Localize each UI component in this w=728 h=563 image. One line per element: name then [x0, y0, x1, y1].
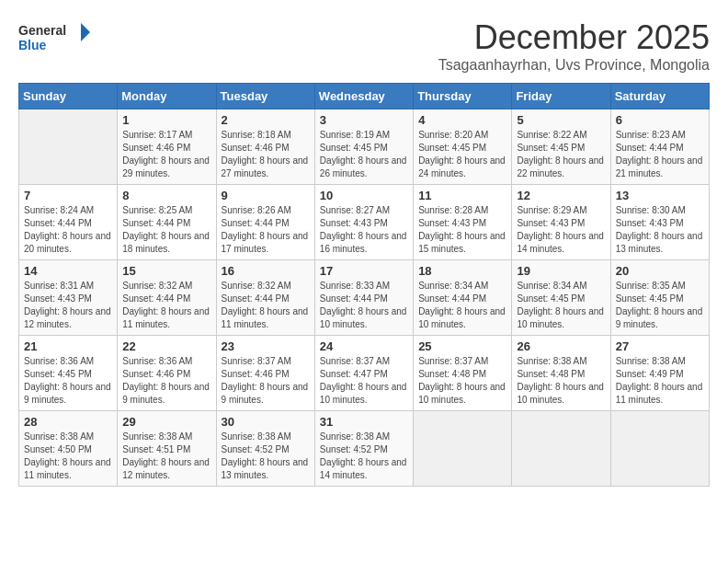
calendar-cell: 21 Sunrise: 8:36 AMSunset: 4:45 PMDaylig… [19, 336, 118, 411]
calendar-cell: 10 Sunrise: 8:27 AMSunset: 4:43 PMDaylig… [314, 185, 413, 260]
day-info: Sunrise: 8:38 AMSunset: 4:48 PMDaylight:… [517, 355, 605, 407]
day-info: Sunrise: 8:34 AMSunset: 4:45 PMDaylight:… [517, 280, 605, 331]
day-info: Sunrise: 8:38 AMSunset: 4:49 PMDaylight:… [616, 355, 704, 407]
calendar-cell: 7 Sunrise: 8:24 AMSunset: 4:44 PMDayligh… [19, 185, 118, 260]
day-number: 1 [122, 113, 210, 127]
weekday-header: Wednesday [314, 84, 413, 109]
calendar-cell: 29 Sunrise: 8:38 AMSunset: 4:51 PMDaylig… [118, 411, 216, 487]
day-number: 7 [24, 189, 112, 202]
day-info: Sunrise: 8:22 AMSunset: 4:45 PMDaylight:… [517, 129, 605, 180]
calendar-cell: 4 Sunrise: 8:20 AMSunset: 4:45 PMDayligh… [414, 109, 512, 185]
weekday-header: Thursday [414, 84, 512, 109]
day-info: Sunrise: 8:37 AMSunset: 4:48 PMDaylight:… [418, 355, 506, 407]
day-number: 10 [320, 189, 408, 202]
svg-text:General: General [18, 23, 66, 38]
calendar-cell [610, 411, 709, 487]
day-number: 18 [418, 264, 506, 278]
day-info: Sunrise: 8:32 AMSunset: 4:44 PMDaylight:… [122, 280, 210, 331]
day-number: 14 [24, 264, 112, 278]
calendar-cell: 6 Sunrise: 8:23 AMSunset: 4:44 PMDayligh… [610, 109, 709, 185]
day-info: Sunrise: 8:36 AMSunset: 4:46 PMDaylight:… [122, 355, 210, 407]
day-info: Sunrise: 8:31 AMSunset: 4:43 PMDaylight:… [24, 280, 112, 331]
day-info: Sunrise: 8:38 AMSunset: 4:50 PMDaylight:… [24, 431, 112, 482]
day-number: 4 [418, 113, 506, 127]
day-info: Sunrise: 8:26 AMSunset: 4:44 PMDaylight:… [222, 204, 310, 256]
day-number: 22 [122, 339, 210, 353]
calendar-cell: 11 Sunrise: 8:28 AMSunset: 4:43 PMDaylig… [414, 185, 512, 260]
day-info: Sunrise: 8:35 AMSunset: 4:45 PMDaylight:… [616, 280, 704, 331]
day-number: 15 [122, 264, 210, 278]
day-info: Sunrise: 8:17 AMSunset: 4:46 PMDaylight:… [122, 129, 210, 180]
weekday-header: Sunday [19, 84, 118, 109]
day-info: Sunrise: 8:38 AMSunset: 4:52 PMDaylight:… [320, 431, 408, 482]
weekday-header-row: SundayMondayTuesdayWednesdayThursdayFrid… [19, 84, 710, 109]
calendar-week-row: 21 Sunrise: 8:36 AMSunset: 4:45 PMDaylig… [19, 336, 710, 411]
day-info: Sunrise: 8:34 AMSunset: 4:44 PMDaylight:… [418, 280, 506, 331]
calendar-cell: 19 Sunrise: 8:34 AMSunset: 4:45 PMDaylig… [512, 260, 610, 336]
calendar-cell: 25 Sunrise: 8:37 AMSunset: 4:48 PMDaylig… [414, 336, 512, 411]
day-number: 24 [320, 339, 408, 353]
day-info: Sunrise: 8:27 AMSunset: 4:43 PMDaylight:… [320, 204, 408, 256]
weekday-header: Saturday [610, 84, 709, 109]
weekday-header: Monday [118, 84, 216, 109]
day-number: 20 [616, 264, 704, 278]
day-number: 26 [517, 339, 605, 353]
header: General Blue December 2025 Tsagaanhayrha… [18, 18, 710, 74]
day-info: Sunrise: 8:36 AMSunset: 4:45 PMDaylight:… [24, 355, 112, 407]
day-info: Sunrise: 8:20 AMSunset: 4:45 PMDaylight:… [418, 129, 506, 180]
day-number: 12 [517, 189, 605, 202]
day-info: Sunrise: 8:18 AMSunset: 4:46 PMDaylight:… [222, 129, 310, 180]
day-number: 17 [320, 264, 408, 278]
day-info: Sunrise: 8:25 AMSunset: 4:44 PMDaylight:… [122, 204, 210, 256]
calendar-cell: 27 Sunrise: 8:38 AMSunset: 4:49 PMDaylig… [610, 336, 709, 411]
day-info: Sunrise: 8:38 AMSunset: 4:51 PMDaylight:… [122, 431, 210, 482]
day-info: Sunrise: 8:30 AMSunset: 4:43 PMDaylight:… [616, 204, 704, 256]
calendar-cell: 23 Sunrise: 8:37 AMSunset: 4:46 PMDaylig… [216, 336, 314, 411]
calendar-cell: 26 Sunrise: 8:38 AMSunset: 4:48 PMDaylig… [512, 336, 610, 411]
calendar-week-row: 1 Sunrise: 8:17 AMSunset: 4:46 PMDayligh… [19, 109, 710, 185]
day-number: 31 [320, 415, 408, 429]
calendar-cell: 13 Sunrise: 8:30 AMSunset: 4:43 PMDaylig… [610, 185, 709, 260]
calendar-cell: 3 Sunrise: 8:19 AMSunset: 4:45 PMDayligh… [314, 109, 413, 185]
calendar-cell: 5 Sunrise: 8:22 AMSunset: 4:45 PMDayligh… [512, 109, 610, 185]
day-number: 19 [517, 264, 605, 278]
weekday-header: Tuesday [216, 84, 314, 109]
day-number: 13 [616, 189, 704, 202]
calendar-cell: 12 Sunrise: 8:29 AMSunset: 4:43 PMDaylig… [512, 185, 610, 260]
calendar-cell: 18 Sunrise: 8:34 AMSunset: 4:44 PMDaylig… [414, 260, 512, 336]
calendar-cell [19, 109, 118, 185]
calendar-cell: 28 Sunrise: 8:38 AMSunset: 4:50 PMDaylig… [19, 411, 118, 487]
location-subtitle: Tsagaanhayrhan, Uvs Province, Mongolia [438, 57, 710, 74]
day-info: Sunrise: 8:33 AMSunset: 4:44 PMDaylight:… [320, 280, 408, 331]
day-info: Sunrise: 8:28 AMSunset: 4:43 PMDaylight:… [418, 204, 506, 256]
day-info: Sunrise: 8:38 AMSunset: 4:52 PMDaylight:… [222, 431, 310, 482]
day-number: 29 [122, 415, 210, 429]
day-number: 23 [222, 339, 310, 353]
calendar-cell: 15 Sunrise: 8:32 AMSunset: 4:44 PMDaylig… [118, 260, 216, 336]
calendar-cell: 30 Sunrise: 8:38 AMSunset: 4:52 PMDaylig… [216, 411, 314, 487]
calendar-cell: 17 Sunrise: 8:33 AMSunset: 4:44 PMDaylig… [314, 260, 413, 336]
day-number: 28 [24, 415, 112, 429]
month-year-title: December 2025 [438, 18, 710, 57]
logo-svg: General Blue [18, 18, 92, 60]
day-number: 2 [222, 113, 310, 127]
day-info: Sunrise: 8:32 AMSunset: 4:44 PMDaylight:… [222, 280, 310, 331]
day-number: 21 [24, 339, 112, 353]
day-number: 8 [122, 189, 210, 202]
calendar-cell: 20 Sunrise: 8:35 AMSunset: 4:45 PMDaylig… [610, 260, 709, 336]
day-number: 30 [222, 415, 310, 429]
day-number: 6 [616, 113, 704, 127]
svg-text:Blue: Blue [18, 38, 47, 52]
day-number: 5 [517, 113, 605, 127]
calendar-cell: 31 Sunrise: 8:38 AMSunset: 4:52 PMDaylig… [314, 411, 413, 487]
calendar-cell [512, 411, 610, 487]
calendar-cell: 8 Sunrise: 8:25 AMSunset: 4:44 PMDayligh… [118, 185, 216, 260]
title-section: December 2025 Tsagaanhayrhan, Uvs Provin… [438, 18, 710, 74]
day-info: Sunrise: 8:29 AMSunset: 4:43 PMDaylight:… [517, 204, 605, 256]
day-number: 16 [222, 264, 310, 278]
calendar-cell: 2 Sunrise: 8:18 AMSunset: 4:46 PMDayligh… [216, 109, 314, 185]
calendar-cell [414, 411, 512, 487]
calendar-table: SundayMondayTuesdayWednesdayThursdayFrid… [18, 83, 710, 487]
calendar-week-row: 7 Sunrise: 8:24 AMSunset: 4:44 PMDayligh… [19, 185, 710, 260]
calendar-cell: 1 Sunrise: 8:17 AMSunset: 4:46 PMDayligh… [118, 109, 216, 185]
